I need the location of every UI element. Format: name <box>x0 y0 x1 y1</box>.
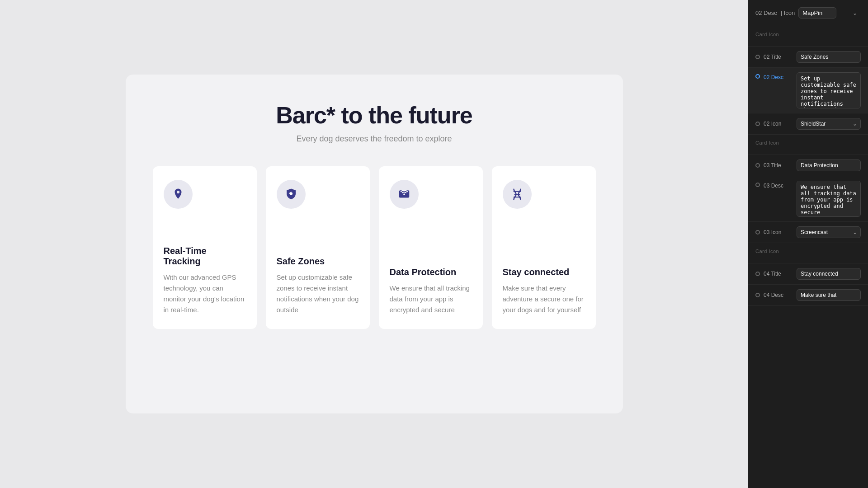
panel-row-03-desc: 03 Desc We ensure that all tracking data… <box>748 176 868 222</box>
label-04-desc: 04 Desc <box>764 292 793 298</box>
shieldstar-icon <box>284 188 298 201</box>
card-2-title: Safe Zones <box>277 256 359 267</box>
card-1-content: Real-Time Tracking With our advanced GPS… <box>164 246 246 315</box>
label-03-icon: 03 Icon <box>764 229 793 235</box>
panel-icon-select-wrapper[interactable]: MapPin ShieldStar Screencast DNA <box>798 7 861 19</box>
panel-row-02-icon: 02 Icon ShieldStar <box>748 113 868 135</box>
panel-card-icon-label-3: Card Icon <box>748 243 868 263</box>
panel-row-04-desc: 04 Desc <box>748 285 868 306</box>
textarea-02-desc[interactable]: Set up customizable safe zones to receiv… <box>797 72 861 108</box>
card-2-icon-circle <box>277 180 306 209</box>
screencast-icon <box>397 188 411 201</box>
panel-icon-select[interactable]: MapPin ShieldStar Screencast DNA <box>798 7 836 19</box>
panel-row-02-desc: 02 Desc Set up customizable safe zones t… <box>748 68 868 113</box>
panel-header-label2: | Icon <box>781 9 795 16</box>
page-title: Barc* to the future <box>276 102 472 129</box>
card-icon-label-3: Card Icon <box>755 249 861 254</box>
select-wrapper-02-icon[interactable]: ShieldStar <box>797 118 861 130</box>
input-04-title[interactable] <box>797 268 861 280</box>
panel-header-label: 02 Desc <box>755 9 777 16</box>
panel-card-icon-label-2: Card Icon <box>748 135 868 155</box>
card-2-desc: Set up customizable safe zones to receiv… <box>277 272 359 315</box>
card-1-desc: With our advanced GPS technology, you ca… <box>164 272 246 315</box>
dot-icon-02-icon <box>755 122 760 126</box>
label-04-title: 04 Title <box>764 271 793 277</box>
label-03-desc: 03 Desc <box>764 183 793 189</box>
main-area: Barc* to the future Every dog deserves t… <box>0 0 748 488</box>
feature-card-1: Real-Time Tracking With our advanced GPS… <box>153 166 257 329</box>
dot-icon-02-desc <box>755 74 760 79</box>
panel-row-04-title: 04 Title <box>748 263 868 285</box>
panel-row-02-title: 02 Title <box>748 47 868 68</box>
select-wrapper-03-icon[interactable]: Screencast <box>797 226 861 238</box>
card-icon-label-2: Card Icon <box>755 140 861 145</box>
right-panel: 02 Desc | Icon MapPin ShieldStar Screenc… <box>748 0 868 488</box>
feature-card-3: Data Protection We ensure that all track… <box>379 166 483 329</box>
panel-row-03-icon: 03 Icon Screencast <box>748 222 868 243</box>
input-03-title[interactable] <box>797 160 861 171</box>
panel-row-03-title: 03 Title <box>748 155 868 176</box>
label-02-desc: 02 Desc <box>764 74 793 80</box>
page-subtitle: Every dog deserves the freedom to explor… <box>296 134 452 144</box>
label-03-title: 03 Title <box>764 162 793 169</box>
panel-header: 02 Desc | Icon MapPin ShieldStar Screenc… <box>748 0 868 26</box>
select-02-icon[interactable]: ShieldStar <box>797 118 861 130</box>
dot-icon-03-icon <box>755 230 760 235</box>
card-1-title: Real-Time Tracking <box>164 246 246 267</box>
mappin-icon <box>171 188 185 201</box>
feature-card-4: Stay connected Make sure that every adve… <box>492 166 596 329</box>
textarea-03-desc[interactable]: We ensure that all tracking data from yo… <box>797 181 861 217</box>
content-card: Barc* to the future Every dog deserves t… <box>126 75 623 413</box>
input-02-title[interactable] <box>797 51 861 63</box>
card-2-content: Safe Zones Set up customizable safe zone… <box>277 256 359 315</box>
card-4-desc: Make sure that every adventure a secure … <box>503 283 585 315</box>
card-4-icon-circle <box>503 180 532 209</box>
card-3-title: Data Protection <box>390 267 472 277</box>
card-4-title: Stay connected <box>503 267 585 277</box>
card-3-content: Data Protection We ensure that all track… <box>390 267 472 315</box>
card-1-icon-circle <box>164 180 193 209</box>
label-02-icon: 02 Icon <box>764 121 793 127</box>
dot-icon-04-title <box>755 272 760 276</box>
cards-grid: Real-Time Tracking With our advanced GPS… <box>153 166 596 329</box>
card-icon-label-1: Card Icon <box>755 32 861 37</box>
feature-card-2: Safe Zones Set up customizable safe zone… <box>266 166 370 329</box>
card-3-desc: We ensure that all tracking data from yo… <box>390 283 472 315</box>
svg-point-1 <box>403 193 405 195</box>
dot-icon-03-title <box>755 163 760 168</box>
dot-icon-04-desc <box>755 293 760 297</box>
input-04-desc[interactable] <box>797 289 861 301</box>
dot-icon-03-desc <box>755 183 760 187</box>
select-03-icon[interactable]: Screencast <box>797 226 861 238</box>
card-3-icon-circle <box>390 180 419 209</box>
panel-card-icon-label-1: Card Icon <box>748 26 868 47</box>
dot-icon-02-title <box>755 55 760 59</box>
label-02-title: 02 Title <box>764 54 793 60</box>
card-4-content: Stay connected Make sure that every adve… <box>503 267 585 315</box>
dna-icon <box>510 188 524 201</box>
